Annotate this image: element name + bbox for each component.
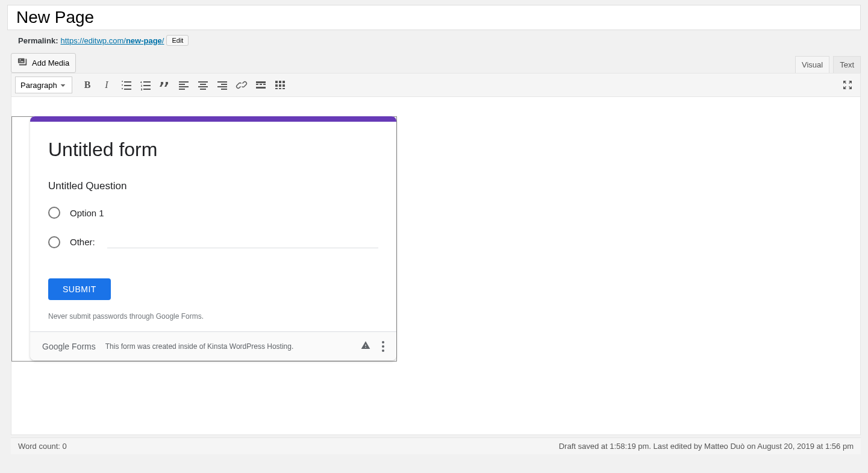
align-center-button[interactable] bbox=[194, 76, 212, 94]
add-media-button[interactable]: Add Media bbox=[11, 53, 76, 73]
toolbar: Paragraph B I bbox=[11, 74, 860, 97]
svg-rect-5 bbox=[283, 84, 285, 87]
media-icon bbox=[17, 57, 28, 69]
svg-rect-0 bbox=[275, 81, 278, 83]
form-disclaimer: Never submit passwords through Google Fo… bbox=[48, 312, 378, 321]
fullscreen-button[interactable] bbox=[838, 76, 857, 94]
other-input[interactable] bbox=[107, 236, 378, 248]
permalink-link[interactable]: https://editwp.com/new-page/ bbox=[60, 36, 164, 45]
warning-icon[interactable] bbox=[360, 340, 371, 352]
bold-button[interactable]: B bbox=[78, 76, 96, 94]
radio-icon[interactable] bbox=[48, 207, 60, 219]
blockquote-button[interactable] bbox=[155, 76, 173, 94]
editor-footer: Word count: 0 Draft saved at 1:58:19 pm.… bbox=[11, 437, 861, 454]
more-icon[interactable] bbox=[382, 341, 384, 352]
align-left-button[interactable] bbox=[175, 76, 193, 94]
form-option-other[interactable]: Other: bbox=[48, 236, 378, 248]
read-more-button[interactable] bbox=[252, 76, 270, 94]
permalink-label: Permalink: bbox=[18, 36, 58, 45]
numbered-list-button[interactable] bbox=[136, 76, 154, 94]
italic-button[interactable]: I bbox=[98, 76, 116, 94]
form-footer-text: This form was created inside of Kinsta W… bbox=[105, 342, 294, 351]
form-question: Untitled Question bbox=[48, 180, 378, 192]
submit-button[interactable]: SUBMIT bbox=[48, 278, 111, 300]
embedded-form-frame: Untitled form Untitled Question Option 1… bbox=[11, 116, 397, 362]
svg-rect-1 bbox=[279, 81, 281, 83]
status-text: Draft saved at 1:58:19 pm. Last edited b… bbox=[559, 442, 854, 451]
permalink-row: Permalink: https://editwp.com/new-page/ … bbox=[18, 35, 866, 46]
svg-rect-6 bbox=[275, 88, 278, 89]
svg-rect-4 bbox=[279, 84, 281, 87]
word-count: Word count: 0 bbox=[18, 442, 67, 451]
editor: Paragraph B I bbox=[11, 73, 861, 435]
form-option-1[interactable]: Option 1 bbox=[48, 207, 378, 219]
format-select[interactable]: Paragraph bbox=[15, 77, 72, 93]
page-title-input[interactable] bbox=[7, 5, 861, 30]
link-button[interactable] bbox=[233, 76, 251, 94]
editor-content[interactable]: Untitled form Untitled Question Option 1… bbox=[11, 97, 860, 434]
svg-rect-2 bbox=[283, 81, 285, 83]
tab-text[interactable]: Text bbox=[833, 56, 861, 73]
form-footer: Google Forms This form was created insid… bbox=[30, 331, 396, 360]
form-accent-bar bbox=[30, 116, 396, 122]
edit-permalink-button[interactable]: Edit bbox=[166, 35, 189, 46]
radio-icon[interactable] bbox=[48, 236, 60, 248]
bullet-list-button[interactable] bbox=[117, 76, 135, 94]
align-right-button[interactable] bbox=[213, 76, 231, 94]
form-title: Untitled form bbox=[48, 139, 378, 161]
tab-visual[interactable]: Visual bbox=[795, 56, 829, 73]
svg-rect-7 bbox=[279, 88, 281, 89]
svg-rect-8 bbox=[283, 88, 285, 89]
google-forms-logo[interactable]: Google Forms bbox=[42, 342, 96, 351]
svg-rect-3 bbox=[275, 84, 278, 87]
toolbar-toggle-button[interactable] bbox=[271, 76, 289, 94]
